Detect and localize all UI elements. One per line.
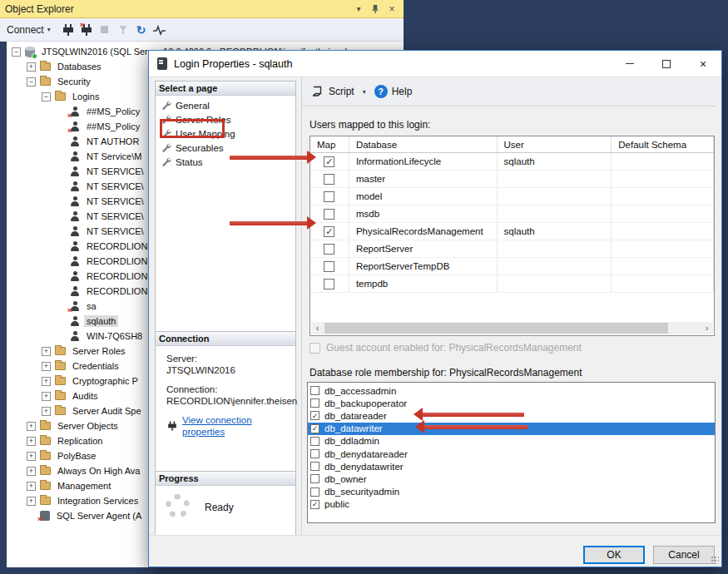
- page-item-user-mapping[interactable]: User Mapping: [156, 127, 295, 141]
- tree-expander-icon[interactable]: [42, 407, 51, 416]
- role-row-db-ddladmin[interactable]: db_ddladmin: [308, 435, 715, 448]
- user-cell: [498, 275, 612, 292]
- map-checkbox[interactable]: [324, 156, 334, 167]
- role-row-db-datawriter[interactable]: db_datawriter: [308, 423, 715, 435]
- user-x-icon: ×: [70, 301, 80, 312]
- scrollbar-thumb[interactable]: [324, 323, 668, 334]
- map-checkbox[interactable]: [324, 279, 334, 289]
- minimize-button[interactable]: [612, 51, 648, 77]
- map-checkbox[interactable]: [324, 226, 334, 237]
- tree-expander-icon[interactable]: [12, 47, 21, 57]
- tree-item-label: Server Objects: [55, 420, 121, 432]
- column-header-default-schema: Default Schema: [612, 136, 714, 152]
- connect-plug-icon[interactable]: [59, 21, 77, 39]
- ok-button[interactable]: OK: [583, 546, 645, 564]
- tree-expander-icon[interactable]: [42, 362, 51, 371]
- maximize-button[interactable]: [648, 51, 685, 77]
- role-row-db-securityadmin[interactable]: db_securityadmin: [308, 486, 715, 498]
- tree-item-label: Replication: [55, 435, 105, 447]
- user-cell: [498, 240, 612, 257]
- map-checkbox[interactable]: [324, 261, 334, 272]
- tree-expander-icon[interactable]: [42, 347, 51, 356]
- user-cell: [498, 188, 612, 205]
- tree-expander-icon[interactable]: [27, 77, 36, 87]
- filter-icon[interactable]: [114, 21, 132, 39]
- tree-item-label: SQL Server Agent (A: [54, 510, 144, 522]
- role-row-db-owner[interactable]: db_owner: [308, 473, 715, 485]
- tree-item-label: WIN-7Q6SH8: [84, 330, 145, 342]
- map-checkbox[interactable]: [324, 209, 334, 220]
- role-row-db-accessadmin[interactable]: db_accessadmin: [308, 384, 715, 397]
- cancel-button[interactable]: Cancel: [653, 546, 715, 564]
- pin-icon[interactable]: [369, 2, 382, 16]
- tree-expander-icon[interactable]: [27, 437, 36, 446]
- role-row-db-denydatareader[interactable]: db_denydatareader: [308, 448, 715, 460]
- window-menu-caret-icon[interactable]: ▾: [352, 2, 365, 16]
- user-icon: [70, 241, 80, 252]
- disconnect-plug-icon[interactable]: ×: [77, 21, 96, 39]
- connect-button[interactable]: Connect ▾: [7, 24, 51, 36]
- database-cell: InformationLifecycle: [349, 153, 498, 170]
- tree-expander-icon[interactable]: [42, 377, 51, 386]
- role-checkbox[interactable]: [310, 424, 319, 433]
- refresh-icon[interactable]: ↻: [132, 21, 151, 39]
- tree-expander-icon[interactable]: [42, 392, 51, 401]
- default-schema-cell: [612, 153, 714, 170]
- tree-expander-icon[interactable]: [27, 452, 36, 461]
- script-button[interactable]: Script: [329, 86, 354, 97]
- page-item-securables[interactable]: Securables: [156, 141, 295, 155]
- role-row-db-datareader[interactable]: db_datareader: [308, 409, 715, 422]
- role-checkbox[interactable]: [310, 500, 319, 509]
- folder-icon: [40, 452, 51, 460]
- help-button[interactable]: Help: [392, 86, 413, 97]
- activity-monitor-icon[interactable]: [151, 21, 169, 39]
- page-item-general[interactable]: General: [156, 99, 295, 112]
- folder-icon: [55, 407, 66, 415]
- role-checkbox[interactable]: [310, 487, 319, 497]
- page-item-server-roles[interactable]: Server Roles: [156, 113, 295, 126]
- scroll-right-arrow-icon[interactable]: ›: [701, 322, 713, 334]
- horizontal-scrollbar[interactable]: ‹ ›: [311, 322, 713, 334]
- tree-expander-icon[interactable]: [27, 482, 36, 491]
- database-cell: ReportServer: [349, 240, 498, 257]
- maximize-icon: [662, 60, 671, 68]
- default-schema-cell: [612, 275, 714, 292]
- map-checkbox[interactable]: [324, 244, 334, 255]
- close-button[interactable]: ×: [685, 51, 721, 77]
- map-checkbox[interactable]: [324, 174, 334, 185]
- tree-item-label: PolyBase: [55, 450, 98, 462]
- tree-expander-icon[interactable]: [27, 467, 36, 476]
- tree-expander-icon[interactable]: [27, 422, 36, 431]
- role-checkbox[interactable]: [310, 437, 319, 446]
- role-checkbox[interactable]: [310, 398, 319, 408]
- tree-expander-icon[interactable]: [42, 92, 51, 101]
- resize-grip[interactable]: [711, 556, 719, 564]
- role-row-db-denydatawriter[interactable]: db_denydatawriter: [308, 460, 715, 473]
- map-cell: [310, 153, 349, 170]
- role-checkbox[interactable]: [310, 462, 319, 471]
- table-row-reportserver: ReportServer: [310, 240, 714, 258]
- default-schema-cell: [612, 171, 714, 187]
- role-row-db-backupoperator[interactable]: db_backupoperator: [308, 397, 715, 409]
- folder-icon: [40, 437, 51, 445]
- tree-expander-icon[interactable]: [27, 497, 36, 506]
- role-checkbox[interactable]: [310, 449, 319, 458]
- tree-item-label: RECORDLION: [84, 270, 150, 282]
- close-icon[interactable]: ×: [385, 2, 399, 16]
- connect-button-label: Connect: [7, 24, 44, 36]
- map-checkbox[interactable]: [324, 191, 334, 202]
- role-checkbox[interactable]: [310, 474, 319, 483]
- role-checkbox[interactable]: [310, 386, 319, 395]
- script-dropdown-caret-icon[interactable]: ▾: [363, 88, 366, 96]
- connection-pane: Connection Server: JTSQLWIN2016 Connecti…: [155, 331, 296, 472]
- page-item-status[interactable]: Status: [156, 156, 295, 169]
- column-header-map: Map: [310, 136, 349, 152]
- scroll-left-arrow-icon[interactable]: ‹: [311, 322, 324, 334]
- object-explorer-title: Object Explorer: [5, 3, 349, 15]
- tree-expander-icon[interactable]: [27, 62, 36, 72]
- role-checkbox[interactable]: [310, 411, 319, 420]
- view-connection-properties-link[interactable]: View connection properties: [182, 414, 295, 438]
- role-row-public[interactable]: public: [308, 498, 715, 511]
- database-cell: master: [349, 171, 498, 187]
- stop-icon[interactable]: [96, 21, 114, 39]
